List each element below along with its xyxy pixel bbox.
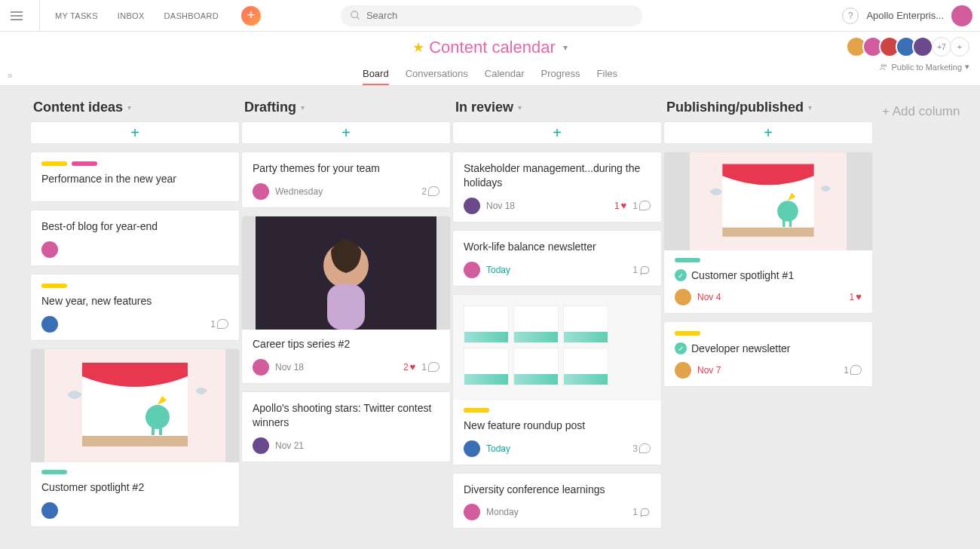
board: Content ideas▾ + Performance in the new … <box>0 86 980 549</box>
card-cover-image <box>31 349 239 462</box>
assignee-avatar[interactable] <box>675 289 691 305</box>
comment-count[interactable]: 1 <box>632 507 651 517</box>
tab-calendar[interactable]: Calendar <box>485 63 525 85</box>
column-title: Drafting <box>244 100 296 115</box>
card-meta: Nov 71 <box>675 362 862 379</box>
column-header[interactable]: Content ideas▾ <box>30 100 240 121</box>
assignee-avatar[interactable] <box>253 359 269 376</box>
assignee-avatar[interactable] <box>253 437 269 454</box>
search-input[interactable] <box>341 5 642 26</box>
assignee-avatar[interactable] <box>41 316 58 333</box>
tab-files[interactable]: Files <box>597 63 617 85</box>
project-tabs: Board Conversations Calendar Progress Fi… <box>0 63 980 85</box>
board-column: Publishing/published▾ + ✓Customer spotli… <box>663 100 873 549</box>
comment-count[interactable]: 2 <box>421 186 439 197</box>
assignee-avatar[interactable] <box>464 440 480 457</box>
project-title[interactable]: Content calendar <box>429 38 556 57</box>
card-meta: Nov 181♥1 <box>464 198 651 214</box>
task-card[interactable]: ✓Developer newsletterNov 71 <box>663 321 873 387</box>
nav-my-tasks[interactable]: MY TASKS <box>47 11 106 20</box>
project-header: ★ Content calendar ▾ Board Conversations… <box>0 32 980 86</box>
comment-count[interactable]: 1 <box>632 201 651 211</box>
tag-pill <box>41 284 67 288</box>
due-date: Wednesday <box>275 186 323 197</box>
task-card[interactable]: ✓Customer spotlight #1Nov 41♥ <box>663 152 873 314</box>
add-member-button[interactable]: + <box>950 37 969 57</box>
assignee-avatar[interactable] <box>464 262 480 278</box>
comment-count[interactable]: 3 <box>632 443 651 454</box>
due-date: Nov 21 <box>275 440 304 451</box>
chevron-down-icon: ▾ <box>808 103 812 112</box>
like-count[interactable]: 2♥ <box>403 361 415 373</box>
add-card-button[interactable]: + <box>241 121 451 144</box>
card-meta: Today1 <box>464 262 651 278</box>
task-card[interactable]: Diversity conference learningsMonday1 <box>452 473 662 529</box>
card-meta: 1 <box>41 316 228 333</box>
card-tags <box>675 331 862 336</box>
task-card[interactable]: Apollo's shooting stars: Twitter contest… <box>241 391 451 462</box>
task-card[interactable]: Career tips series #2Nov 182♥1 <box>241 216 451 384</box>
task-card[interactable]: Customer spotlight #2 <box>30 348 240 527</box>
quick-add-button[interactable]: + <box>241 6 261 26</box>
card-title: Party themes for your team <box>253 161 439 176</box>
assignee-avatar[interactable] <box>253 183 269 200</box>
svg-point-3 <box>885 64 887 66</box>
due-date: Nov 4 <box>697 292 721 302</box>
help-button[interactable]: ? <box>842 8 859 24</box>
card-title: Performance in the new year <box>41 172 228 186</box>
tab-board[interactable]: Board <box>363 63 389 85</box>
card-title: Customer spotlight #1 <box>691 268 794 283</box>
comment-count[interactable]: 1 <box>632 265 651 275</box>
assignee-avatar[interactable] <box>675 362 691 379</box>
task-card[interactable]: New year, new features1 <box>30 274 240 341</box>
add-column-button[interactable]: + Add column <box>882 104 980 119</box>
tab-progress[interactable]: Progress <box>541 63 580 85</box>
check-icon: ✓ <box>675 342 687 354</box>
project-menu-caret[interactable]: ▾ <box>563 42 568 53</box>
card-meta: Nov 41♥ <box>675 289 862 305</box>
add-card-button[interactable]: + <box>452 121 662 144</box>
card-meta <box>41 502 228 519</box>
due-date: Nov 18 <box>275 362 304 373</box>
add-card-button[interactable]: + <box>663 121 873 144</box>
card-cover-image <box>664 152 872 250</box>
task-card[interactable]: Party themes for your teamWednesday2 <box>241 152 451 208</box>
task-card[interactable]: New feature roundup postToday3 <box>452 294 662 465</box>
tab-conversations[interactable]: Conversations <box>406 63 468 85</box>
task-card[interactable]: Performance in the new year <box>30 152 240 202</box>
column-header[interactable]: Drafting▾ <box>241 100 451 121</box>
nav-inbox[interactable]: INBOX <box>110 11 152 20</box>
like-count[interactable]: 1♥ <box>850 291 862 302</box>
assignee-avatar[interactable] <box>41 502 58 519</box>
comment-count[interactable]: 1 <box>210 319 228 330</box>
tag-pill <box>464 408 489 413</box>
project-privacy[interactable]: Public to Marketing ▾ <box>879 62 969 72</box>
comment-count[interactable]: 1 <box>421 362 439 373</box>
member-avatar[interactable] <box>912 36 933 57</box>
card-title: Apollo's shooting stars: Twitter contest… <box>253 401 439 430</box>
nav-dashboard[interactable]: DASHBOARD <box>157 11 226 20</box>
svg-rect-9 <box>159 422 162 435</box>
assignee-avatar[interactable] <box>41 241 58 258</box>
tag-pill <box>41 161 67 166</box>
user-avatar[interactable] <box>951 5 972 26</box>
add-card-button[interactable]: + <box>30 121 240 144</box>
member-overflow[interactable]: +7 <box>932 37 951 57</box>
expand-sidebar-icon[interactable]: » <box>8 70 13 81</box>
workspace-switcher[interactable]: Apollo Enterpris... <box>866 10 944 21</box>
column-header[interactable]: In review▾ <box>452 100 662 121</box>
column-header[interactable]: Publishing/published▾ <box>663 100 873 121</box>
task-card[interactable]: Stakeholder management...during the holi… <box>452 152 662 222</box>
like-count[interactable]: 1♥ <box>614 200 626 211</box>
card-tags <box>675 258 862 262</box>
comment-count[interactable]: 1 <box>844 365 862 376</box>
assignee-avatar[interactable] <box>464 198 480 214</box>
star-icon[interactable]: ★ <box>412 39 424 56</box>
menu-icon[interactable] <box>11 8 26 23</box>
board-column: Content ideas▾ + Performance in the new … <box>30 100 240 549</box>
assignee-avatar[interactable] <box>464 504 480 520</box>
task-card[interactable]: Work-life balance newsletterToday1 <box>452 230 662 287</box>
task-card[interactable]: Best-of blog for year-end <box>30 210 240 266</box>
search-field[interactable] <box>341 5 642 26</box>
due-date: Today <box>486 265 510 275</box>
